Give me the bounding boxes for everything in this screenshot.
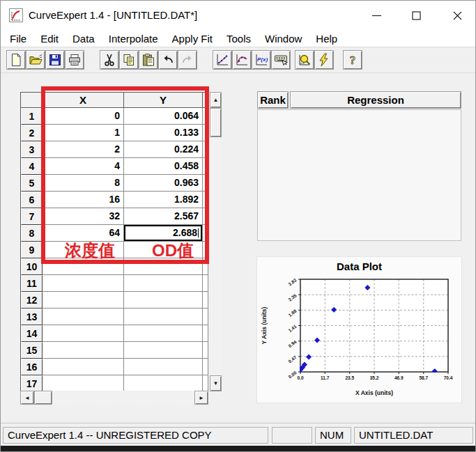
cell-y-11[interactable]	[124, 275, 203, 292]
paste-button[interactable]	[139, 50, 158, 70]
column-header-extra	[203, 93, 208, 108]
cell-x-2[interactable]: 1	[43, 125, 124, 141]
row-header-5[interactable]: 5	[21, 175, 43, 192]
cell-x-12[interactable]	[43, 292, 124, 309]
row-header-7[interactable]: 7	[21, 208, 43, 225]
new-file-button[interactable]	[6, 50, 26, 70]
cell-x-17[interactable]	[43, 375, 124, 392]
vertical-scroll-track[interactable]	[210, 108, 222, 375]
table-row: 12	[21, 292, 208, 309]
help-button[interactable]: ?	[343, 50, 362, 70]
cell-y-14[interactable]	[124, 325, 203, 342]
paste-icon	[141, 53, 155, 67]
cell-y-12[interactable]	[124, 292, 203, 309]
cell-y-8[interactable]: 2.688	[124, 225, 203, 242]
enter-data-button[interactable]	[271, 50, 291, 70]
open-file-button[interactable]	[26, 50, 45, 70]
cut-icon	[102, 53, 116, 67]
column-header-y[interactable]: Y	[124, 93, 203, 108]
cell-x-1[interactable]: 0	[43, 108, 124, 125]
cell-x-4[interactable]: 4	[43, 158, 124, 175]
cell-y-7[interactable]: 2.567	[124, 208, 203, 225]
cell-x-14[interactable]	[43, 325, 124, 342]
row-header-3[interactable]: 3	[21, 141, 43, 158]
cell-y-13[interactable]	[124, 309, 203, 325]
row-header-13[interactable]: 13	[21, 309, 43, 325]
menu-item-apply-fit[interactable]: Apply Fit	[165, 30, 220, 47]
cell-y-6[interactable]: 1.892	[124, 192, 203, 208]
table-corner-cell[interactable]	[21, 93, 43, 108]
rank-column-header[interactable]: Rank	[257, 91, 289, 109]
row-header-9[interactable]: 9	[21, 242, 43, 258]
zoom-button[interactable]	[295, 50, 314, 70]
save-button[interactable]	[45, 50, 65, 70]
linear-fit-button[interactable]	[213, 50, 232, 70]
menu-item-help[interactable]: Help	[309, 30, 344, 47]
row-header-17[interactable]: 17	[21, 375, 43, 392]
table-row: 210.133	[21, 125, 208, 141]
cell-x-5[interactable]: 8	[43, 175, 124, 192]
cell-y-1[interactable]: 0.064	[124, 108, 203, 125]
menu-item-window[interactable]: Window	[258, 30, 309, 47]
cell-x-9[interactable]	[43, 242, 124, 258]
scroll-down-icon[interactable]: ▼	[210, 375, 222, 391]
horizontal-scroll-thumb[interactable]	[34, 391, 52, 405]
row-header-10[interactable]: 10	[21, 258, 43, 275]
cell-x-13[interactable]	[43, 309, 124, 325]
cell-x-16[interactable]	[43, 359, 124, 375]
horizontal-scroll-track[interactable]	[34, 391, 194, 405]
cell-y-9[interactable]	[124, 242, 203, 258]
vertical-scroll-thumb[interactable]	[210, 108, 222, 137]
table-row: 320.224	[21, 141, 208, 158]
row-header-1[interactable]: 1	[21, 108, 43, 125]
row-header-8[interactable]: 8	[21, 225, 43, 242]
row-header-16[interactable]: 16	[21, 359, 43, 375]
menu-item-interpolate[interactable]: Interpolate	[102, 30, 165, 47]
copy-button[interactable]	[119, 50, 139, 70]
cut-button[interactable]	[100, 50, 119, 70]
cell-y-5[interactable]: 0.963	[124, 175, 203, 192]
svg-text:0.0: 0.0	[297, 375, 303, 380]
curvefinder-lightning-button[interactable]	[314, 50, 334, 70]
minimize-icon[interactable]	[364, 5, 388, 26]
cell-x-3[interactable]: 2	[43, 141, 124, 158]
polynomial-button[interactable]: P(x)	[252, 50, 271, 70]
cell-y-15[interactable]	[124, 342, 203, 359]
cell-y-4[interactable]: 0.458	[124, 158, 203, 175]
cell-x-8[interactable]: 64	[43, 225, 124, 242]
close-icon[interactable]	[445, 5, 469, 26]
cell-y-2[interactable]: 0.133	[124, 125, 203, 141]
menu-item-file[interactable]: File	[3, 30, 33, 47]
scroll-left-icon[interactable]: ◄	[20, 391, 34, 405]
cell-x-10[interactable]	[43, 258, 124, 275]
undo-button[interactable]	[158, 50, 178, 70]
row-header-4[interactable]: 4	[21, 158, 43, 175]
scroll-right-icon[interactable]: ►	[194, 391, 208, 405]
print-button[interactable]	[65, 50, 84, 70]
menu-item-data[interactable]: Data	[66, 30, 102, 47]
maximize-icon[interactable]	[404, 5, 428, 26]
cell-y-16[interactable]	[124, 359, 203, 375]
menu-item-edit[interactable]: Edit	[33, 30, 66, 47]
cell-y-3[interactable]: 0.224	[124, 141, 203, 158]
scroll-up-icon[interactable]: ▲	[210, 92, 222, 108]
row-header-11[interactable]: 11	[21, 275, 43, 292]
cell-x-6[interactable]: 16	[43, 192, 124, 208]
cell-x-7[interactable]: 32	[43, 208, 124, 225]
polynomial-icon: P(x)	[254, 53, 268, 67]
row-header-12[interactable]: 12	[21, 292, 43, 309]
cell-x-11[interactable]	[43, 275, 124, 292]
curve-fit-button[interactable]	[232, 50, 252, 70]
column-header-x[interactable]: X	[43, 93, 124, 108]
row-header-14[interactable]: 14	[21, 325, 43, 342]
cell-x-15[interactable]	[43, 342, 124, 359]
row-header-6[interactable]: 6	[21, 192, 43, 208]
row-header-15[interactable]: 15	[21, 342, 43, 359]
redo-button[interactable]	[178, 50, 197, 70]
regression-column-header[interactable]: Regression	[290, 91, 461, 109]
row-header-2[interactable]: 2	[21, 125, 43, 141]
cell-y-10[interactable]	[124, 258, 203, 275]
cell-y-17[interactable]	[124, 375, 203, 392]
table-row: 7322.567	[21, 208, 208, 225]
menu-item-tools[interactable]: Tools	[220, 30, 258, 47]
